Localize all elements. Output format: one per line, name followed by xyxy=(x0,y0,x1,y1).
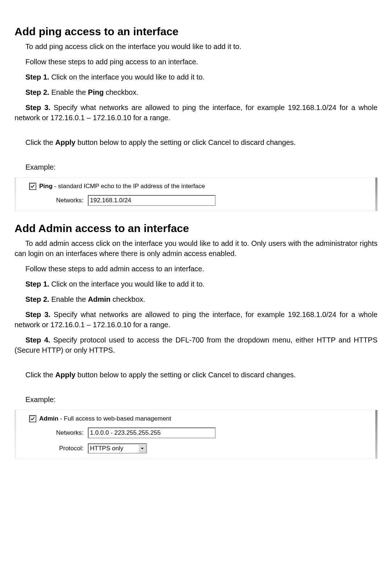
step-label: Step 2. xyxy=(25,88,49,96)
apply-bold: Apply xyxy=(55,138,75,146)
protocol-value: HTTPS only xyxy=(90,445,123,452)
admin-protocol-row: Protocol: HTTPS only xyxy=(18,443,374,454)
section2-step4: Step 4. Specify protocol used to access … xyxy=(15,335,377,355)
section2-apply: Click the Apply button below to apply th… xyxy=(15,370,377,380)
section1-follow: Follow these steps to add ping access to… xyxy=(15,57,377,67)
section1-intro: To add ping access click on the interfac… xyxy=(15,41,377,52)
ping-checkbox[interactable] xyxy=(29,183,36,190)
step-text: Click on the interface you would like to… xyxy=(49,280,205,288)
step-label: Step 1. xyxy=(25,280,49,288)
step-text: Specify protocol used to access the DFL-… xyxy=(15,336,377,354)
step-text-pre: Enable the xyxy=(49,295,88,303)
step-bold: Ping xyxy=(88,88,103,96)
section1-example-label: Example: xyxy=(15,162,377,172)
step-label: Step 4. xyxy=(25,336,50,344)
networks-label: Networks: xyxy=(40,197,83,204)
apply-post: button below to apply the setting or cli… xyxy=(75,371,296,379)
step-text: Specify what networks are allowed to pin… xyxy=(15,311,377,329)
check-icon xyxy=(30,417,35,421)
step-label: Step 2. xyxy=(25,295,49,303)
step-label: Step 1. xyxy=(25,73,49,81)
admin-networks-input[interactable] xyxy=(88,427,216,438)
apply-post: button below to apply the setting or cli… xyxy=(75,138,296,146)
admin-checkbox[interactable] xyxy=(29,415,36,422)
apply-bold: Apply xyxy=(55,371,75,379)
admin-check-desc: - Full access to web-based management xyxy=(58,415,171,422)
section1-example-box: Ping - standard ICMP echo to the IP addr… xyxy=(15,177,377,211)
step-bold: Admin xyxy=(88,295,110,303)
ping-check-desc: - standard ICMP echo to the IP address o… xyxy=(53,183,205,190)
section2-follow: Follow these steps to add admin access t… xyxy=(15,264,377,274)
box-border-right xyxy=(375,410,377,459)
section2-title: Add Admin access to an interface xyxy=(15,222,377,235)
section1-step3: Step 3. Specify what networks are allowe… xyxy=(15,102,377,123)
protocol-dropdown-button[interactable] xyxy=(138,445,146,453)
ping-checkbox-text: Ping - standard ICMP echo to the IP addr… xyxy=(39,183,205,190)
chevron-down-icon xyxy=(140,447,144,450)
step-text: Specify what networks are allowed to pin… xyxy=(15,104,377,122)
section2-step1: Step 1. Click on the interface you would… xyxy=(15,279,377,289)
admin-check-label: Admin xyxy=(39,415,58,422)
admin-checkbox-row: Admin - Full access to web-based managem… xyxy=(18,415,374,422)
step-label: Step 3. xyxy=(25,104,50,111)
networks-label: Networks: xyxy=(40,429,83,437)
section2-intro-text: To add admin access click on the interfa… xyxy=(15,239,377,257)
step-text: Click on the interface you would like to… xyxy=(49,73,205,81)
step-label: Step 3. xyxy=(25,311,50,319)
apply-pre: Click the xyxy=(25,138,55,146)
section2-step3: Step 3. Specify what networks are allowe… xyxy=(15,309,377,330)
section1-step1: Step 1. Click on the interface you would… xyxy=(15,72,377,82)
step-text-post: checkbox. xyxy=(111,295,146,303)
ping-checkbox-row: Ping - standard ICMP echo to the IP addr… xyxy=(18,183,374,190)
protocol-select[interactable]: HTTPS only xyxy=(88,443,147,454)
admin-networks-row: Networks: xyxy=(18,427,374,438)
section1-apply: Click the Apply button below to apply th… xyxy=(15,137,377,147)
section2-step2: Step 2. Enable the Admin checkbox. xyxy=(15,294,377,304)
ping-networks-row: Networks: xyxy=(18,195,374,206)
check-icon xyxy=(30,184,35,188)
protocol-label: Protocol: xyxy=(40,445,83,452)
ping-check-label: Ping xyxy=(39,183,53,190)
section2-example-box: Admin - Full access to web-based managem… xyxy=(15,410,377,459)
box-border-left xyxy=(15,410,16,459)
section2-example-label: Example: xyxy=(15,394,377,405)
box-border-right xyxy=(375,178,377,211)
apply-pre: Click the xyxy=(25,371,55,379)
box-border-left xyxy=(15,178,16,211)
ping-networks-input[interactable] xyxy=(88,195,216,206)
step-text-post: checkbox. xyxy=(104,88,139,96)
admin-checkbox-text: Admin - Full access to web-based managem… xyxy=(39,415,171,422)
section1-step2: Step 2. Enable the Ping checkbox. xyxy=(15,87,377,97)
section2-intro: To add admin access click on the interfa… xyxy=(15,238,377,259)
step-text-pre: Enable the xyxy=(49,88,88,96)
section1-title: Add ping access to an interface xyxy=(15,25,377,38)
